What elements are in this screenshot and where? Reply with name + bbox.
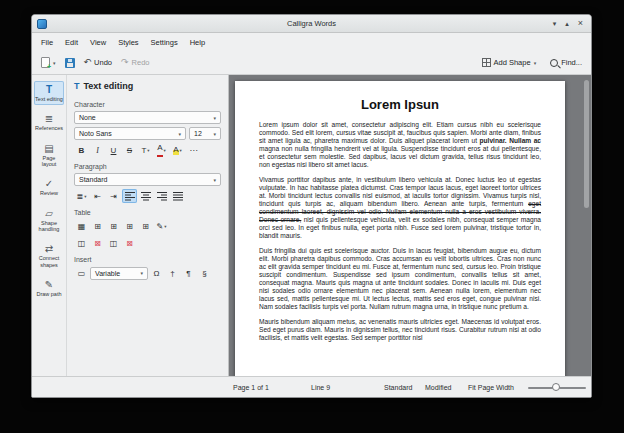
strikethrough-button[interactable]: S: [122, 143, 137, 157]
redo-button[interactable]: ↷ Redo: [119, 56, 151, 69]
bold-button[interactable]: B: [74, 143, 89, 157]
maximize-button[interactable]: ▴: [565, 15, 569, 32]
text-editing-icon: T: [46, 84, 52, 95]
insert-text-frame-button[interactable]: ▭: [74, 266, 89, 280]
align-left-button[interactable]: [122, 189, 137, 203]
font-family-select[interactable]: Noto Sans ▾: [74, 127, 186, 140]
insert-table-button[interactable]: ▦: [74, 219, 89, 233]
zoom-mode-button[interactable]: Fit Page Width: [468, 384, 514, 391]
save-button[interactable]: [63, 56, 77, 70]
paragraph-style-select[interactable]: Standard ▾: [74, 173, 221, 186]
add-shape-button[interactable]: Add Shape ▾: [480, 56, 539, 69]
chevron-down-icon: ▾: [164, 224, 166, 229]
menu-edit[interactable]: Edit: [59, 35, 84, 50]
increase-indent-button[interactable]: ⇥: [106, 189, 121, 203]
find-button[interactable]: Find...: [548, 56, 584, 69]
text-run: nisl quis pellentesque vehicula, velit e…: [259, 216, 541, 239]
delete-column-button[interactable]: ⊠: [122, 236, 137, 250]
statusbar: Page 1 of 1 Line 9 Standard Modified Fit…: [32, 376, 591, 397]
text-run: Vivamus porttitor dapibus ante, in vesti…: [259, 176, 541, 207]
table-border-style-button[interactable]: ✎ ▾: [154, 219, 169, 233]
align-right-button[interactable]: [154, 189, 169, 203]
tool-tab-connect-shapes[interactable]: ⇄ Connect shapes: [34, 240, 64, 271]
insert-variable-select[interactable]: Variable ▾: [90, 267, 148, 280]
style-indicator: Standard: [384, 384, 412, 391]
chevron-down-icon: ▾: [534, 60, 537, 66]
font-color-glyph: A: [157, 143, 162, 157]
character-style-select[interactable]: None ▾: [74, 111, 221, 124]
chevron-down-icon: ▾: [147, 148, 149, 153]
zoom-slider-handle[interactable]: [552, 383, 560, 391]
align-left-icon: [125, 191, 135, 201]
tool-tab-label: Shape handling: [35, 220, 63, 233]
main-toolbar: ▾ ↶ Undo ↷ Redo Add Shape ▾ Find...: [32, 51, 591, 75]
tool-tab-text-editing[interactable]: T Text editing: [34, 81, 64, 105]
tool-tab-draw-path[interactable]: ✎ Draw path: [34, 276, 64, 300]
titlebar[interactable]: Calligra Words ▾ ▴ ×: [32, 15, 591, 33]
table-section-label: Table: [74, 209, 221, 216]
text-format-button[interactable]: T ▾: [138, 143, 153, 157]
list-style-button[interactable]: ≣ ▾: [74, 189, 89, 203]
align-justify-button[interactable]: [170, 189, 185, 203]
insert-section-button[interactable]: §: [197, 266, 212, 280]
add-shape-label: Add Shape: [494, 58, 531, 67]
document-heading: Lorem Ipsun: [259, 97, 541, 112]
font-size-select[interactable]: 12 ▾: [189, 127, 221, 140]
calligra-words-window: Calligra Words ▾ ▴ × File Edit View Styl…: [31, 14, 592, 398]
add-shape-icon: [482, 58, 491, 67]
italic-button[interactable]: I: [90, 143, 105, 157]
text-editing-panel: T Text editing Character None ▾ Noto San…: [67, 75, 229, 376]
chevron-down-icon: ▾: [164, 148, 166, 153]
zoom-slider[interactable]: [528, 382, 586, 392]
tool-tab-review[interactable]: ✓ Review: [34, 175, 64, 199]
merge-cells-button[interactable]: ◫: [74, 236, 89, 250]
tool-tab-references[interactable]: ≣ References: [34, 110, 64, 134]
delete-row-button[interactable]: ⊠: [90, 236, 105, 250]
menu-file[interactable]: File: [35, 35, 59, 50]
tool-tab-label: Text editing: [35, 96, 63, 102]
scrollbar-thumb[interactable]: [584, 80, 589, 208]
paragraph-section-label: Paragraph: [74, 163, 221, 170]
insert-paragraph-mark-button[interactable]: ¶: [181, 266, 196, 280]
undo-icon: ↶: [84, 58, 92, 67]
bold-text-run: pulvinar. Nullam ac: [480, 137, 541, 144]
document-page[interactable]: Lorem Ipsun Lorem ipsum dolor sit amet, …: [235, 81, 565, 376]
references-icon: ≣: [45, 113, 53, 124]
insert-column-right-button[interactable]: ⊞: [138, 219, 153, 233]
close-button[interactable]: ×: [578, 15, 583, 32]
menubar: File Edit View Styles Settings Help: [32, 33, 591, 51]
chevron-down-icon: ▾: [53, 60, 56, 66]
insert-footnote-button[interactable]: †: [165, 266, 180, 280]
insert-row-above-button[interactable]: ⊞: [90, 219, 105, 233]
align-center-button[interactable]: [138, 189, 153, 203]
tool-tab-label: References: [35, 125, 63, 131]
insert-column-left-button[interactable]: ⊞: [122, 219, 137, 233]
highlight-color-button[interactable]: A ▾: [170, 143, 185, 157]
tool-tab-label: Draw path: [36, 291, 61, 297]
chevron-down-icon: ▾: [213, 131, 216, 137]
shape-handling-icon: ▱: [45, 208, 53, 219]
new-document-button[interactable]: ▾: [39, 55, 58, 70]
minimize-button[interactable]: ▾: [553, 15, 557, 32]
document-area[interactable]: Lorem Ipsun Lorem ipsum dolor sit amet, …: [229, 75, 591, 376]
decrease-indent-button[interactable]: ⇤: [90, 189, 105, 203]
insert-row-below-button[interactable]: ⊞: [106, 219, 121, 233]
modified-indicator: Modified: [425, 384, 451, 391]
font-color-button[interactable]: A ▾: [154, 143, 169, 157]
tool-tab-page-layout[interactable]: ▤ Page layout: [34, 140, 64, 171]
menu-settings[interactable]: Settings: [145, 35, 184, 50]
new-document-icon: [41, 57, 50, 68]
border-pen-icon: ✎: [157, 222, 164, 231]
text-editing-icon: T: [74, 81, 80, 91]
menu-styles[interactable]: Styles: [112, 35, 144, 50]
split-cells-button[interactable]: ◫: [106, 236, 121, 250]
menu-view[interactable]: View: [84, 35, 112, 50]
tool-tab-shape-handling[interactable]: ▱ Shape handling: [34, 205, 64, 236]
vertical-scrollbar[interactable]: [584, 77, 590, 374]
underline-button[interactable]: U: [106, 143, 121, 157]
save-icon: [65, 58, 75, 68]
undo-button[interactable]: ↶ Undo: [82, 56, 114, 69]
insert-special-character-button[interactable]: Ω: [149, 266, 164, 280]
menu-help[interactable]: Help: [184, 35, 211, 50]
more-character-options-button[interactable]: ⋯: [186, 143, 201, 157]
